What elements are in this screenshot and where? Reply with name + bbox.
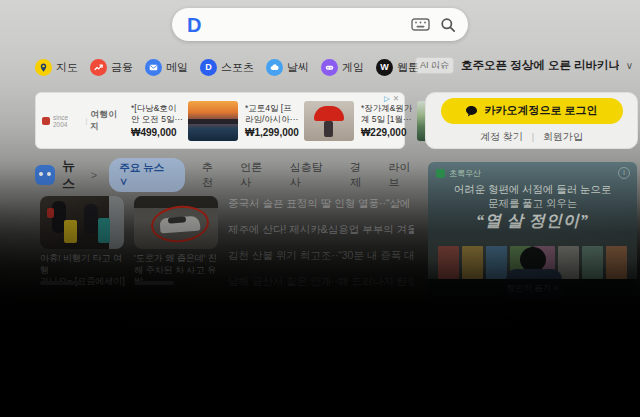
search-icon[interactable]	[440, 17, 456, 33]
shortcut-map[interactable]: 지도	[35, 59, 78, 76]
news-thumbnail-travelers[interactable]	[40, 196, 124, 249]
shortcut-label: 메일	[166, 60, 188, 75]
press-meta-placeholder	[40, 281, 80, 285]
shortcut-label: 금융	[111, 60, 133, 75]
building-silhouette	[188, 119, 238, 124]
door-shape	[109, 196, 124, 249]
keyboard-icon[interactable]	[411, 18, 430, 31]
headline-item[interactable]: 중국서 슬픈 표정의 딸 인형 열풍··“삶에 지친 내 ···	[228, 197, 414, 210]
ad-deal-1[interactable]: *[다낭&호이 안 오전 5일··· ₩499,000	[131, 101, 238, 141]
ai-issue-ticker[interactable]: AI 이슈 호주오픈 정상에 오른 리바키나 ∨	[415, 57, 637, 74]
advertiser-name: 여행이지	[90, 109, 124, 133]
news-icon-eye	[47, 172, 51, 176]
shortcut-label: 날씨	[287, 60, 309, 75]
red-circle-highlight	[149, 203, 210, 245]
banner-ad[interactable]: since 2004 | 여행이지 *[다낭&호이 안 오전 5일··· ₩49…	[35, 92, 405, 149]
game-controller-icon	[321, 59, 338, 76]
deal-thumbnail-red-umbrella	[304, 101, 354, 141]
advertiser-note: since 2004	[53, 114, 82, 128]
shortcut-label: 스포츠	[221, 60, 254, 75]
teal-luggage-shape	[98, 218, 110, 243]
deal-thumbnail-sunset-harbor	[188, 101, 238, 141]
news-section-title[interactable]: 뉴스	[62, 157, 88, 193]
shortcut-bar: 지도 금융 메일 D 스포츠 날씨 게임	[35, 56, 446, 78]
deal-title: 안 오전 5일···	[131, 114, 183, 125]
letter-d-icon: D	[200, 59, 217, 76]
shortcut-finance[interactable]: 금융	[90, 59, 133, 76]
advertiser-logo: since 2004 | 여행이지	[42, 109, 124, 133]
news-header: 뉴스 > 주요 뉴스 ∨ 추천 언론사 심층탐사 경제 라이브	[35, 162, 421, 188]
divider: |	[85, 117, 87, 124]
shortcut-mail[interactable]: 메일	[145, 59, 188, 76]
charity-name: 초록우산	[449, 168, 481, 179]
ad-headline: “열 살 정인이”	[428, 211, 637, 232]
yellow-luggage-shape	[64, 220, 77, 243]
green-umbrella-logo-icon	[436, 169, 445, 178]
news-section-arrow[interactable]: >	[91, 169, 97, 181]
kakao-login-button[interactable]: 카카오계정으로 로그인	[441, 98, 623, 124]
ad-deal-2[interactable]: *교토4일 [프 라임/아시아··· ₩1,299,000	[245, 101, 354, 141]
tab-indepth[interactable]: 심층탐사	[290, 160, 333, 190]
headline-item[interactable]: 제주에 산다! 제시카&심용업 부부의 겨울 이야기!··	[228, 223, 414, 236]
cloud-icon	[266, 59, 283, 76]
login-card: 카카오계정으로 로그인 계정 찾기 | 회원가입	[425, 92, 638, 149]
up-trend-chart-icon	[90, 59, 107, 76]
search-bar[interactable]: D	[172, 8, 468, 41]
tab-press[interactable]: 언론사	[240, 160, 272, 190]
deal-title: 계 5일 [1월···	[361, 114, 412, 125]
shortcut-sports[interactable]: D 스포츠	[200, 59, 254, 76]
ad-copy-line: 문제를 풀고 외우는	[428, 197, 637, 211]
close-ad-icon[interactable]: ✕	[393, 95, 399, 103]
tab-major-news[interactable]: 주요 뉴스 ∨	[109, 158, 185, 192]
login-links: 계정 찾기 | 회원가입	[480, 130, 583, 144]
press-meta-placeholder	[134, 281, 174, 285]
caption-line: 아휴! 비행기 타고 여행	[40, 253, 128, 276]
tab-live[interactable]: 라이브	[389, 160, 421, 190]
deal-title: 라임/아시아···	[245, 114, 299, 125]
shortcut-label: 게임	[342, 60, 364, 75]
shortcut-weather[interactable]: 날씨	[266, 59, 309, 76]
signup-link[interactable]: 회원가입	[543, 130, 583, 144]
charity-ad[interactable]: 초록우산 i 어려운 형편에 서점에 들러 눈으로 문제를 풀고 외우는 “열 …	[428, 162, 637, 298]
deal-price: ₩229,000	[361, 127, 412, 138]
ad-cta-label: 정인이 돕기 >	[506, 283, 558, 295]
ai-issue-headline[interactable]: 호주오픈 정상에 오른 리바키나	[461, 58, 619, 73]
deal-price: ₩499,000	[131, 127, 183, 138]
letter-w-icon: W	[376, 59, 393, 76]
ai-issue-badge: AI 이슈	[415, 57, 454, 74]
person-silhouette	[324, 121, 333, 137]
backpack-shape	[47, 208, 54, 218]
chevron-down-icon[interactable]: ∨	[626, 60, 633, 71]
find-account-link[interactable]: 계정 찾기	[480, 130, 523, 144]
person-silhouette	[84, 204, 98, 234]
shortcut-label: 지도	[56, 60, 78, 75]
news-icon-eye	[39, 172, 43, 176]
headline-item[interactable]: 김천 산불 위기 최고조··“30분 내 증폭 대응”	[228, 249, 414, 262]
news-tabs: 주요 뉴스 ∨ 추천 언론사 심층탐사 경제 라이브	[109, 158, 421, 192]
location-pin-icon	[35, 59, 52, 76]
daum-news-icon[interactable]	[35, 165, 55, 185]
charity-logo: 초록우산	[436, 168, 481, 179]
advertiser-logo-mark	[42, 117, 50, 125]
speech-bubble-icon	[465, 105, 478, 117]
headline-list: 중국서 슬픈 표정의 딸 인형 열풍··“삶에 지친 내 ··· 제주에 산다!…	[228, 197, 414, 288]
headline-item[interactable]: 남해 금산서 짙은 안개··해 드러나자 탄성	[228, 275, 414, 288]
ad-info-icon[interactable]: i	[618, 167, 630, 179]
adchoices-icon[interactable]: ▷	[384, 95, 390, 103]
umbrella-shape	[314, 106, 344, 121]
ad-cta-bar[interactable]: 정인이 돕기 >	[428, 279, 637, 298]
deal-title: *장가계&원가	[361, 103, 412, 114]
envelope-icon	[145, 59, 162, 76]
caption-line: '도로가 왜 좁은데' 진	[134, 253, 222, 265]
tab-economy[interactable]: 경제	[350, 160, 372, 190]
ad-copy-line: 어려운 형편에 서점에 들러 눈으로	[428, 183, 637, 197]
shortcut-webtoon[interactable]: W 웹툰	[376, 59, 419, 76]
deal-title: *[다낭&호이	[131, 103, 183, 114]
news-thumbnail-car[interactable]	[134, 196, 218, 249]
deal-title: *교토4일 [프	[245, 103, 299, 114]
daum-logo[interactable]: D	[187, 15, 201, 35]
divider: |	[532, 132, 534, 142]
shortcut-game[interactable]: 게임	[321, 59, 364, 76]
tab-recommended[interactable]: 추천	[202, 160, 224, 190]
kakao-login-label: 카카오계정으로 로그인	[484, 103, 597, 118]
